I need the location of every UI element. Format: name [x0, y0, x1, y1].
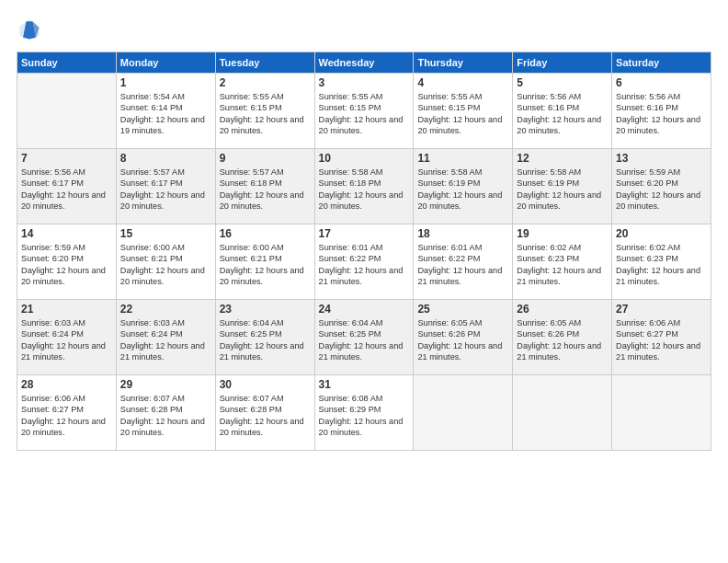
- day-number: 28: [21, 378, 112, 391]
- day-number: 11: [417, 152, 508, 165]
- calendar-cell: 5Sunrise: 5:56 AMSunset: 6:16 PMDaylight…: [513, 74, 612, 149]
- calendar-cell: 1Sunrise: 5:54 AMSunset: 6:14 PMDaylight…: [116, 74, 215, 149]
- logo-icon: [17, 17, 42, 42]
- calendar-cell: 31Sunrise: 6:08 AMSunset: 6:29 PMDayligh…: [314, 375, 414, 451]
- calendar-cell: [414, 375, 513, 451]
- calendar-cell: 28Sunrise: 6:06 AMSunset: 6:27 PMDayligh…: [17, 375, 117, 451]
- day-number: 12: [517, 152, 608, 165]
- logo: [17, 17, 46, 42]
- day-info: Sunrise: 6:01 AMSunset: 6:22 PMDaylight:…: [417, 242, 508, 288]
- day-number: 2: [220, 76, 311, 89]
- day-info: Sunrise: 6:05 AMSunset: 6:26 PMDaylight:…: [517, 317, 608, 363]
- day-number: 16: [220, 227, 311, 240]
- day-info: Sunrise: 5:56 AMSunset: 6:17 PMDaylight:…: [21, 167, 112, 213]
- calendar-cell: 22Sunrise: 6:03 AMSunset: 6:24 PMDayligh…: [116, 300, 215, 375]
- day-info: Sunrise: 5:57 AMSunset: 6:18 PMDaylight:…: [220, 167, 311, 213]
- day-number: 13: [616, 152, 707, 165]
- day-info: Sunrise: 6:04 AMSunset: 6:25 PMDaylight:…: [319, 317, 410, 363]
- day-number: 23: [220, 303, 311, 316]
- day-number: 9: [220, 152, 311, 165]
- day-info: Sunrise: 6:06 AMSunset: 6:27 PMDaylight:…: [616, 317, 707, 363]
- day-info: Sunrise: 5:59 AMSunset: 6:20 PMDaylight:…: [616, 167, 707, 213]
- day-number: 25: [417, 303, 508, 316]
- day-info: Sunrise: 5:58 AMSunset: 6:19 PMDaylight:…: [417, 167, 508, 213]
- day-number: 10: [319, 152, 410, 165]
- day-info: Sunrise: 5:59 AMSunset: 6:20 PMDaylight:…: [21, 242, 112, 288]
- calendar-cell: 26Sunrise: 6:05 AMSunset: 6:26 PMDayligh…: [513, 300, 612, 375]
- day-number: 26: [517, 303, 608, 316]
- day-info: Sunrise: 6:07 AMSunset: 6:28 PMDaylight:…: [120, 393, 211, 439]
- day-number: 19: [517, 227, 608, 240]
- day-number: 3: [319, 76, 410, 89]
- calendar-week-5: 28Sunrise: 6:06 AMSunset: 6:27 PMDayligh…: [17, 375, 711, 451]
- calendar-cell: 8Sunrise: 5:57 AMSunset: 6:17 PMDaylight…: [116, 149, 215, 224]
- col-header-sunday: Sunday: [17, 52, 117, 74]
- day-number: 29: [120, 378, 211, 391]
- calendar-cell: 18Sunrise: 6:01 AMSunset: 6:22 PMDayligh…: [414, 224, 513, 300]
- day-number: 5: [517, 76, 608, 89]
- day-number: 17: [319, 227, 410, 240]
- day-info: Sunrise: 6:06 AMSunset: 6:27 PMDaylight:…: [21, 393, 112, 439]
- day-info: Sunrise: 5:55 AMSunset: 6:15 PMDaylight:…: [319, 91, 410, 137]
- calendar-week-3: 14Sunrise: 5:59 AMSunset: 6:20 PMDayligh…: [17, 224, 711, 300]
- day-number: 18: [417, 227, 508, 240]
- col-header-monday: Monday: [116, 52, 215, 74]
- calendar-week-4: 21Sunrise: 6:03 AMSunset: 6:24 PMDayligh…: [17, 300, 711, 375]
- day-info: Sunrise: 5:55 AMSunset: 6:15 PMDaylight:…: [220, 91, 311, 137]
- calendar-cell: 29Sunrise: 6:07 AMSunset: 6:28 PMDayligh…: [116, 375, 215, 451]
- day-info: Sunrise: 6:07 AMSunset: 6:28 PMDaylight:…: [220, 393, 311, 439]
- day-info: Sunrise: 6:08 AMSunset: 6:29 PMDaylight:…: [319, 393, 410, 439]
- day-number: 14: [21, 227, 112, 240]
- calendar-cell: 6Sunrise: 5:56 AMSunset: 6:16 PMDaylight…: [612, 74, 711, 149]
- calendar-cell: [17, 74, 117, 149]
- day-info: Sunrise: 6:02 AMSunset: 6:23 PMDaylight:…: [616, 242, 707, 288]
- calendar-cell: 11Sunrise: 5:58 AMSunset: 6:19 PMDayligh…: [414, 149, 513, 224]
- calendar-cell: [513, 375, 612, 451]
- calendar-cell: 20Sunrise: 6:02 AMSunset: 6:23 PMDayligh…: [612, 224, 711, 300]
- day-info: Sunrise: 6:05 AMSunset: 6:26 PMDaylight:…: [417, 317, 508, 363]
- day-info: Sunrise: 5:57 AMSunset: 6:17 PMDaylight:…: [120, 167, 211, 213]
- calendar-cell: 21Sunrise: 6:03 AMSunset: 6:24 PMDayligh…: [17, 300, 117, 375]
- calendar-week-1: 1Sunrise: 5:54 AMSunset: 6:14 PMDaylight…: [17, 74, 711, 149]
- calendar-cell: 7Sunrise: 5:56 AMSunset: 6:17 PMDaylight…: [17, 149, 117, 224]
- day-number: 4: [417, 76, 508, 89]
- calendar-cell: 10Sunrise: 5:58 AMSunset: 6:18 PMDayligh…: [314, 149, 414, 224]
- calendar-cell: 13Sunrise: 5:59 AMSunset: 6:20 PMDayligh…: [612, 149, 711, 224]
- calendar-cell: [612, 375, 711, 451]
- page: SundayMondayTuesdayWednesdayThursdayFrid…: [0, 0, 728, 563]
- day-number: 1: [120, 76, 211, 89]
- calendar-cell: 16Sunrise: 6:00 AMSunset: 6:21 PMDayligh…: [215, 224, 314, 300]
- day-info: Sunrise: 5:55 AMSunset: 6:15 PMDaylight:…: [417, 91, 508, 137]
- day-info: Sunrise: 5:58 AMSunset: 6:18 PMDaylight:…: [319, 167, 410, 213]
- day-info: Sunrise: 5:58 AMSunset: 6:19 PMDaylight:…: [517, 167, 608, 213]
- day-number: 30: [220, 378, 311, 391]
- day-number: 27: [616, 303, 707, 316]
- col-header-saturday: Saturday: [612, 52, 711, 74]
- col-header-wednesday: Wednesday: [314, 52, 414, 74]
- calendar-cell: 24Sunrise: 6:04 AMSunset: 6:25 PMDayligh…: [314, 300, 414, 375]
- day-info: Sunrise: 6:01 AMSunset: 6:22 PMDaylight:…: [319, 242, 410, 288]
- calendar-week-2: 7Sunrise: 5:56 AMSunset: 6:17 PMDaylight…: [17, 149, 711, 224]
- day-number: 31: [319, 378, 410, 391]
- calendar-header-row: SundayMondayTuesdayWednesdayThursdayFrid…: [17, 52, 711, 74]
- col-header-thursday: Thursday: [414, 52, 513, 74]
- calendar-table: SundayMondayTuesdayWednesdayThursdayFrid…: [17, 52, 711, 451]
- day-number: 20: [616, 227, 707, 240]
- col-header-friday: Friday: [513, 52, 612, 74]
- calendar-cell: 25Sunrise: 6:05 AMSunset: 6:26 PMDayligh…: [414, 300, 513, 375]
- day-number: 15: [120, 227, 211, 240]
- calendar-cell: 23Sunrise: 6:04 AMSunset: 6:25 PMDayligh…: [215, 300, 314, 375]
- day-info: Sunrise: 6:00 AMSunset: 6:21 PMDaylight:…: [120, 242, 211, 288]
- day-info: Sunrise: 6:03 AMSunset: 6:24 PMDaylight:…: [120, 317, 211, 363]
- day-info: Sunrise: 6:04 AMSunset: 6:25 PMDaylight:…: [220, 317, 311, 363]
- calendar-cell: 12Sunrise: 5:58 AMSunset: 6:19 PMDayligh…: [513, 149, 612, 224]
- calendar-cell: 4Sunrise: 5:55 AMSunset: 6:15 PMDaylight…: [414, 74, 513, 149]
- col-header-tuesday: Tuesday: [215, 52, 314, 74]
- calendar-cell: 3Sunrise: 5:55 AMSunset: 6:15 PMDaylight…: [314, 74, 414, 149]
- day-number: 21: [21, 303, 112, 316]
- calendar-cell: 30Sunrise: 6:07 AMSunset: 6:28 PMDayligh…: [215, 375, 314, 451]
- calendar-cell: 9Sunrise: 5:57 AMSunset: 6:18 PMDaylight…: [215, 149, 314, 224]
- day-info: Sunrise: 6:02 AMSunset: 6:23 PMDaylight:…: [517, 242, 608, 288]
- day-info: Sunrise: 6:03 AMSunset: 6:24 PMDaylight:…: [21, 317, 112, 363]
- day-number: 6: [616, 76, 707, 89]
